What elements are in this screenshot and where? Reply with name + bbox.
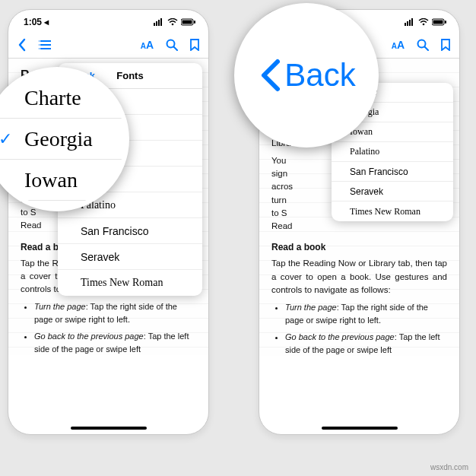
svg-point-4 xyxy=(172,24,174,26)
font-label: Iowan xyxy=(24,168,78,192)
signal-icon xyxy=(154,18,164,26)
font-label: San Francisco xyxy=(81,225,148,237)
svg-point-11 xyxy=(39,40,40,42)
font-option[interactable]: Palatino xyxy=(332,142,453,162)
svg-point-12 xyxy=(39,44,40,46)
font-option[interactable]: Times New Roman xyxy=(332,202,453,221)
font-label: Times New Roman xyxy=(81,277,163,289)
svg-rect-17 xyxy=(407,21,408,26)
home-indicator[interactable] xyxy=(322,427,398,430)
appearance-button[interactable]: AA xyxy=(141,39,154,51)
instruction-list: Turn the page: Tap the right side of the… xyxy=(271,301,447,356)
status-indicators xyxy=(154,18,196,26)
instruction-list: Turn the page: Tap the right side of the… xyxy=(21,300,196,355)
body-frag: to S xyxy=(271,208,287,217)
popover-title: Fonts xyxy=(116,70,143,81)
body-text: Tap the Reading Now or Library tab, then… xyxy=(271,257,447,297)
svg-point-20 xyxy=(423,24,425,26)
list-item: Go back to the previous page: Tap the le… xyxy=(285,331,447,356)
font-label: Charte xyxy=(24,86,81,110)
checkmark-icon: ✓ xyxy=(0,129,12,149)
font-option[interactable]: San Francisco xyxy=(58,218,202,244)
chevron-left-icon xyxy=(257,57,283,94)
list-item: Turn the page: Tap the right side of the… xyxy=(285,301,447,326)
wifi-icon xyxy=(418,18,429,26)
back-label: Back xyxy=(284,57,355,94)
contents-icon[interactable] xyxy=(39,40,52,50)
bookmark-icon[interactable] xyxy=(441,39,450,51)
wifi-icon xyxy=(167,18,178,26)
signal-icon xyxy=(405,18,415,26)
status-bar: 1:05 ◂ xyxy=(8,10,208,31)
svg-rect-18 xyxy=(409,20,411,26)
font-option[interactable]: Seravek xyxy=(332,182,453,202)
svg-line-15 xyxy=(174,46,178,50)
back-icon[interactable] xyxy=(17,38,27,52)
battery-icon xyxy=(181,18,196,26)
font-label: Seravek xyxy=(350,186,383,197)
svg-rect-16 xyxy=(405,23,406,26)
bookmark-icon[interactable] xyxy=(190,39,199,51)
body-frag: You xyxy=(271,156,286,165)
search-icon[interactable] xyxy=(417,39,429,51)
search-icon[interactable] xyxy=(166,39,178,51)
body-frag: turn xyxy=(271,195,287,205)
svg-rect-19 xyxy=(411,18,413,26)
svg-rect-7 xyxy=(194,21,195,24)
status-indicators xyxy=(405,18,447,26)
svg-rect-3 xyxy=(160,18,162,26)
font-label: Georgia xyxy=(24,127,93,151)
svg-point-13 xyxy=(39,48,40,49)
svg-rect-1 xyxy=(156,21,157,26)
section-heading: Read a book xyxy=(271,240,447,254)
appearance-button[interactable]: AA xyxy=(392,39,405,51)
battery-icon xyxy=(432,18,447,26)
font-label: San Francisco xyxy=(350,167,408,177)
font-option[interactable]: Times New Roman xyxy=(58,270,202,296)
body-frag: Read xyxy=(21,221,42,230)
body-frag: Read xyxy=(271,221,293,230)
magnifier-right: Back xyxy=(234,3,379,148)
font-label: Times New Roman xyxy=(350,206,420,217)
list-item: Turn the page: Tap the right side of the… xyxy=(34,300,196,325)
magnified-font-list: Charte✓GeorgiaIowan xyxy=(0,71,125,207)
watermark: wsxdn.com xyxy=(430,463,468,471)
font-option[interactable]: San Francisco xyxy=(332,162,453,182)
reader-toolbar: AA xyxy=(8,31,208,59)
svg-rect-23 xyxy=(445,21,446,24)
svg-rect-22 xyxy=(433,21,443,24)
svg-rect-0 xyxy=(154,23,155,26)
svg-rect-6 xyxy=(182,21,192,24)
home-indicator[interactable] xyxy=(71,427,147,430)
list-item: Go back to the previous page: Tap the le… xyxy=(34,330,196,355)
font-label: Palatino xyxy=(350,146,379,157)
body-frag: to S xyxy=(21,208,36,217)
magnified-back-button[interactable]: Back xyxy=(239,8,374,143)
font-label: Seravek xyxy=(81,251,119,263)
svg-rect-2 xyxy=(158,20,160,26)
body-frag: sign xyxy=(271,169,287,178)
font-option[interactable]: Seravek xyxy=(58,244,202,270)
status-time: 1:05 ◂ xyxy=(24,17,49,27)
body-frag: acros xyxy=(271,182,293,191)
font-option[interactable]: ✓Georgia xyxy=(0,119,125,160)
svg-line-25 xyxy=(425,46,429,50)
